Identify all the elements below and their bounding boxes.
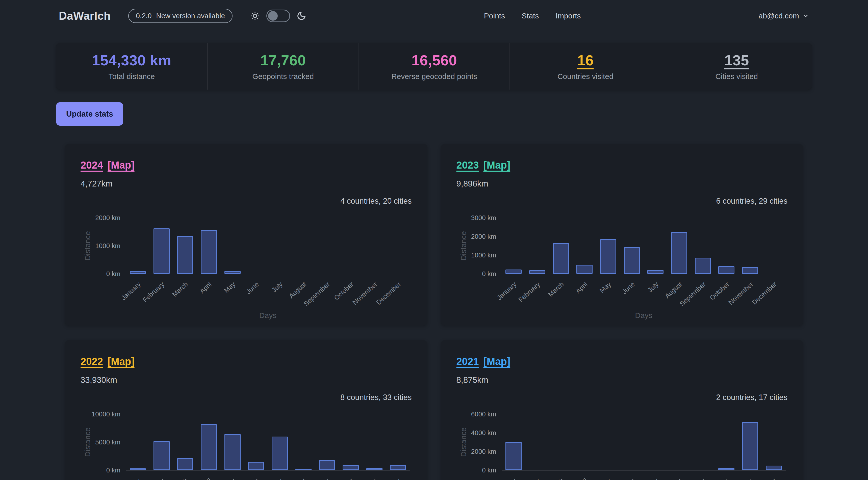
- y-tick-label: 0 km: [83, 467, 120, 474]
- x-tick-label: February: [517, 280, 542, 304]
- year-distance: 9,896km: [457, 179, 788, 189]
- y-tick-label: 0 km: [83, 270, 120, 278]
- bar-april: [577, 265, 593, 274]
- user-email: ab@cd.com: [758, 11, 799, 20]
- version-badge[interactable]: 0.2.0 New version available: [128, 9, 232, 23]
- bar-september: [319, 460, 335, 470]
- x-tick-label: January: [496, 477, 518, 480]
- x-tick-label: March: [547, 280, 565, 298]
- year-card-2022: 2022 [Map] 33,930km 8 countries, 33 citi…: [65, 340, 428, 480]
- y-axis-title: Distance: [459, 231, 468, 261]
- stat-value: 17,760: [260, 52, 306, 69]
- y-tick-label: 6000 km: [459, 410, 496, 418]
- y-axis-title: Distance: [83, 427, 92, 457]
- bar-november: [366, 468, 382, 470]
- x-tick-label: June: [621, 280, 637, 296]
- stat-total-distance: 154,330 km Total distance: [56, 43, 207, 90]
- x-tick-label: April: [574, 280, 589, 295]
- x-tick-label: May: [222, 477, 237, 480]
- countries-cities-summary: 4 countries, 20 cities: [81, 197, 412, 206]
- moon-icon: [297, 11, 306, 21]
- x-tick-label: February: [141, 477, 166, 480]
- year-link-2021[interactable]: 2021: [457, 356, 479, 367]
- x-tick-label: April: [574, 477, 589, 480]
- theme-toggle[interactable]: [266, 9, 290, 22]
- sun-icon: [250, 11, 260, 21]
- bar-january: [505, 269, 522, 274]
- x-tick-label: May: [598, 477, 613, 480]
- x-axis-line: [502, 274, 786, 274]
- nav-stats[interactable]: Stats: [522, 11, 539, 20]
- year-distance: 33,930km: [81, 375, 412, 385]
- stat-label: Cities visited: [715, 72, 758, 81]
- bar-march: [177, 458, 193, 470]
- y-tick-label: 0 km: [459, 467, 496, 474]
- map-link-2023[interactable]: [Map]: [483, 160, 510, 171]
- x-axis-line: [502, 470, 786, 471]
- bar-january: [130, 271, 146, 274]
- bar-july: [272, 437, 288, 470]
- bar-october: [718, 266, 735, 274]
- countries-visited-link[interactable]: 16: [577, 52, 594, 69]
- map-link-2024[interactable]: [Map]: [107, 160, 134, 171]
- x-tick-label: December: [751, 280, 778, 307]
- y-tick-label: 0 km: [459, 270, 496, 278]
- monthly-distance-chart: 0 km2000 km4000 km6000 kmDistanceJanuary…: [457, 403, 788, 480]
- bar-may: [600, 239, 616, 274]
- bar-june: [248, 462, 264, 470]
- x-tick-label: October: [708, 280, 731, 302]
- x-tick-label: May: [222, 280, 237, 294]
- x-tick-label: September: [303, 477, 332, 480]
- x-tick-label: September: [303, 280, 332, 308]
- bar-march: [177, 236, 193, 274]
- app-header: DaWarIch 0.2.0 New version available: [0, 0, 868, 32]
- x-tick-label: November: [351, 477, 379, 480]
- y-tick-label: 10000 km: [83, 410, 120, 418]
- x-tick-label: July: [270, 477, 284, 480]
- bar-august: [671, 232, 687, 274]
- x-tick-label: October: [333, 280, 355, 302]
- year-link-2022[interactable]: 2022: [81, 356, 103, 367]
- user-menu[interactable]: ab@cd.com: [758, 11, 809, 20]
- x-tick-label: March: [171, 280, 190, 298]
- main-nav: Points Stats Imports: [306, 11, 759, 20]
- bar-may: [224, 434, 241, 470]
- chevron-down-icon: [802, 12, 809, 20]
- x-tick-label: May: [598, 280, 613, 294]
- x-tick-label: July: [646, 280, 660, 294]
- countries-cities-summary: 6 countries, 29 cities: [457, 197, 788, 206]
- stat-geopoints-tracked: 17,760 Geopoints tracked: [207, 43, 359, 90]
- stat-label: Total distance: [108, 72, 155, 81]
- bar-november: [742, 267, 758, 274]
- x-axis-line: [126, 470, 410, 471]
- update-stats-button[interactable]: Update stats: [56, 102, 123, 126]
- year-link-2024[interactable]: 2024: [81, 160, 103, 171]
- x-tick-label: January: [496, 280, 518, 302]
- year-card-2023: 2023 [Map] 9,896km 6 countries, 29 citie…: [441, 144, 803, 325]
- countries-cities-summary: 2 countries, 17 cities: [457, 393, 788, 402]
- x-tick-label: October: [333, 477, 355, 480]
- map-link-2021[interactable]: [Map]: [483, 356, 510, 367]
- x-tick-label: December: [375, 477, 402, 480]
- x-tick-label: September: [678, 280, 707, 308]
- nav-points[interactable]: Points: [484, 11, 505, 20]
- app-logo[interactable]: DaWarIch: [59, 9, 111, 22]
- year-card-2024: 2024 [Map] 4,727km 4 countries, 20 citie…: [65, 144, 428, 325]
- y-tick-label: 3000 km: [459, 214, 496, 222]
- x-tick-label: January: [120, 477, 142, 480]
- year-distance: 8,875km: [457, 375, 788, 385]
- bar-march: [553, 243, 569, 274]
- x-axis-title: Days: [259, 311, 276, 320]
- stat-label: Reverse geocoded points: [391, 72, 477, 81]
- bar-january: [130, 469, 146, 470]
- x-tick-label: August: [287, 280, 308, 300]
- year-link-2023[interactable]: 2023: [457, 160, 479, 171]
- map-link-2022[interactable]: [Map]: [107, 356, 134, 367]
- x-tick-label: August: [663, 280, 684, 300]
- cities-visited-link[interactable]: 135: [724, 52, 749, 69]
- monthly-distance-chart: 0 km5000 km10000 kmDistanceJanuaryFebrua…: [81, 403, 412, 480]
- bar-february: [154, 441, 170, 470]
- x-axis-title: Days: [635, 311, 652, 320]
- x-tick-label: March: [171, 477, 190, 480]
- nav-imports[interactable]: Imports: [556, 11, 581, 20]
